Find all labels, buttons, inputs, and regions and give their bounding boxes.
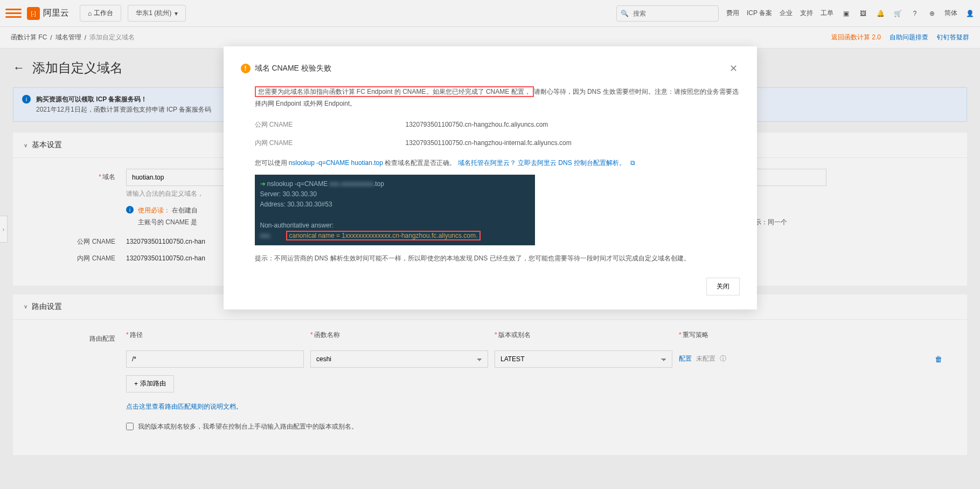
modal-tip: 提示：不同运营商的 DNS 解析生效时间可能不一样，所以即使您的本地发现 DNS… bbox=[255, 253, 740, 265]
modal-internal-value: 1320793501100750.cn-hangzhou-internal.fc… bbox=[406, 137, 572, 149]
modal-msg-highlight: 您需要为此域名添加指向函数计算 FC Endpoint 的 CNAME。如果您已… bbox=[255, 86, 534, 97]
close-button[interactable]: 关闭 bbox=[706, 278, 740, 295]
modal-title: 域名 CNAME 校验失败 bbox=[255, 64, 331, 73]
modal-public-value: 1320793501100750.cn-hangzhou.fc.aliyuncs… bbox=[406, 119, 548, 131]
cmd-prefix: 您可以使用 bbox=[255, 159, 289, 167]
modal-internal-label: 内网 CNAME bbox=[255, 137, 406, 149]
cmd-link2[interactable]: 立即去阿里云 DNS 控制台配置解析。 bbox=[518, 159, 625, 167]
cmd-mid: 检查域名配置是否正确。 bbox=[385, 159, 456, 167]
modal-public-label: 公网 CNAME bbox=[255, 119, 406, 131]
modal-overlay: ! 域名 CNAME 校验失败 ✕ 您需要为此域名添加指向函数计算 FC End… bbox=[0, 0, 980, 477]
cmd-link1[interactable]: 域名托管在阿里云？ bbox=[458, 159, 516, 167]
external-link-icon[interactable]: ⧉ bbox=[630, 159, 635, 167]
terminal-block: ➜ nslookup -q=CNAME xxx.xxxxxxxxxx.top S… bbox=[255, 175, 535, 245]
terminal-highlight: canonical name = 1xxxxxxxxxxxxxx.cn-hang… bbox=[286, 231, 481, 240]
cname-error-modal: ! 域名 CNAME 校验失败 ✕ 您需要为此域名添加指向函数计算 FC End… bbox=[224, 46, 757, 309]
warning-icon: ! bbox=[241, 64, 251, 73]
cmd-link[interactable]: nslookup -q=CNAME huotian.top bbox=[289, 159, 383, 167]
close-icon[interactable]: ✕ bbox=[727, 60, 740, 77]
